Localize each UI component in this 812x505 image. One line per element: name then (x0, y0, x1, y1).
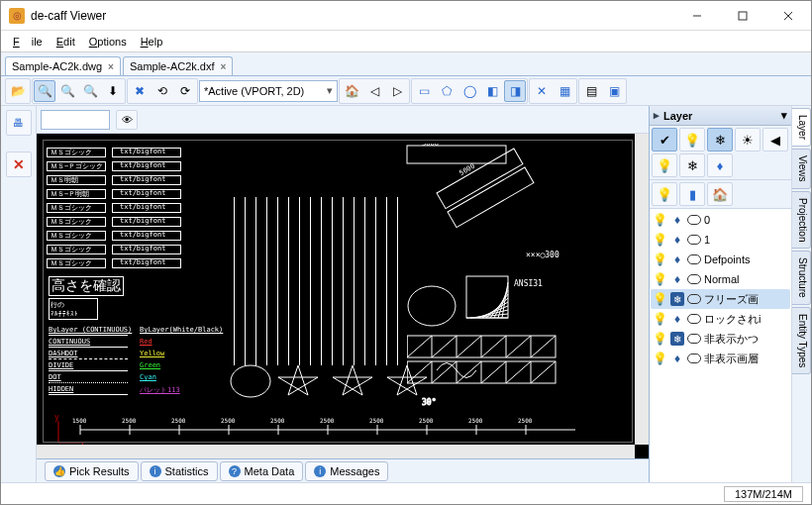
thumb-icon: 👍 (53, 465, 65, 477)
bulb-icon: 💡 (653, 332, 667, 346)
layers-icon[interactable]: ▣ (603, 80, 625, 102)
info-icon: i (150, 465, 161, 477)
tab-statistics[interactable]: iStatistics (141, 461, 218, 481)
zoom-in-icon[interactable]: 🔍 (56, 80, 78, 102)
zoom-extents-icon[interactable]: ⬇ (102, 80, 124, 102)
close-tab-icon[interactable]: × (221, 61, 227, 72)
freeze-icon: ❄ (670, 292, 684, 306)
layer-name: 0 (704, 214, 710, 226)
select-circle-icon[interactable]: ◯ (458, 80, 480, 102)
freeze2-icon[interactable]: ❄ (679, 153, 705, 177)
freeze-icon: ♦ (670, 252, 684, 266)
menu-file[interactable]: File (7, 34, 49, 50)
layer-name: 1 (704, 234, 710, 246)
select-rect-icon[interactable]: ▭ (413, 80, 435, 102)
file-tab-label: Sample-AC2k.dwg (12, 60, 102, 72)
side-tab-views[interactable]: Views (792, 149, 811, 189)
layer-panel: Layer ▾ ✔ 💡 ❄ ☀ ◀ 💡 ❄ ♦ 💡 ▮ 🏠 💡 ♦ 0💡 ♦ 1… (649, 106, 791, 482)
select-mode-icon[interactable]: ◨ (504, 80, 526, 102)
minimize-button[interactable] (674, 1, 720, 31)
rotate-ccw-icon[interactable]: ⟲ (152, 80, 173, 102)
bulb-toggle-icon[interactable]: 💡 (652, 182, 677, 206)
open-icon[interactable]: 📂 (7, 80, 29, 102)
file-tab[interactable]: Sample-AC2k.dwg × (5, 56, 121, 75)
bulb2-icon[interactable]: 💡 (652, 153, 677, 177)
bulb-icon[interactable]: 💡 (679, 128, 705, 152)
side-tab-entity-types[interactable]: Entity Types (792, 307, 811, 374)
bulb-icon: 💡 (653, 233, 667, 247)
layer-name: 非表示かつ (704, 332, 759, 347)
file-tab[interactable]: Sample-AC2k.dxf × (123, 56, 233, 75)
sun-icon[interactable]: ☀ (735, 128, 761, 152)
search-input[interactable] (41, 110, 110, 130)
side-tab-projection[interactable]: Projection (792, 191, 811, 249)
zoom-out-icon[interactable]: 🔍 (79, 80, 101, 102)
freeze-icon: ♦ (670, 312, 684, 326)
left-icon[interactable]: ◀ (762, 128, 788, 152)
drawing-canvas[interactable]: ＭＳゴシックtxt/bigfontＭＳ−Ｐゴシックtxt/bigfontＭＳ明朝… (37, 134, 649, 458)
snap-icon[interactable]: ▦ (554, 80, 575, 102)
horizontal-scrollbar[interactable] (37, 445, 635, 458)
print-icon[interactable]: 🖶 (6, 110, 32, 136)
color-swatch (687, 314, 701, 324)
bulb-icon: 💡 (653, 272, 667, 286)
menu-options[interactable]: Options (83, 34, 133, 50)
prev-icon[interactable]: ◁ (363, 80, 385, 102)
zoom-window-icon[interactable]: 🔍 (34, 80, 55, 102)
layer-row[interactable]: 💡 ♦ 0 (651, 210, 790, 230)
panel-menu-icon[interactable]: ▾ (781, 109, 787, 122)
tab-meta-data[interactable]: ?Meta Data (220, 461, 304, 481)
freeze-icon[interactable]: ❄ (707, 128, 733, 152)
color-swatch (687, 354, 701, 363)
maximize-button[interactable] (720, 1, 765, 31)
color-swatch (687, 334, 701, 344)
title-bar: ◎ de-caff Viewer (1, 1, 811, 31)
cross-icon[interactable]: ✖ (129, 80, 151, 102)
next-icon[interactable]: ▷ (386, 80, 408, 102)
layer-name: Normal (704, 273, 739, 285)
viewport-select[interactable]: *Active (VPORT, 2D) (199, 80, 338, 102)
check-icon[interactable]: ✔ (652, 128, 677, 152)
layer-row[interactable]: 💡 ♦ Defpoints (651, 250, 790, 269)
layer-name: ロックされi (704, 312, 761, 327)
layer-name: Defpoints (704, 253, 750, 265)
close-tab-icon[interactable]: × (108, 61, 114, 72)
layer-row[interactable]: 💡 ♦ Normal (651, 269, 790, 289)
layer-panel-header[interactable]: Layer ▾ (650, 106, 791, 126)
text-icon[interactable]: ▤ (580, 80, 602, 102)
close-button[interactable] (765, 1, 811, 31)
menu-help[interactable]: Help (135, 34, 169, 50)
color-swatch (687, 215, 701, 225)
file-tab-bar: Sample-AC2k.dwg × Sample-AC2k.dxf × (1, 52, 811, 76)
home2-icon[interactable]: 🏠 (707, 182, 733, 206)
view-icon[interactable]: 👁 (116, 110, 138, 130)
layer-row[interactable]: 💡 ❄ フリーズ画 (651, 289, 790, 309)
select-poly-icon[interactable]: ⬠ (436, 80, 457, 102)
layer-list[interactable]: 💡 ♦ 0💡 ♦ 1💡 ♦ Defpoints💡 ♦ Normal💡 ❄ フリー… (650, 209, 791, 482)
rotate-cw-icon[interactable]: ⟳ (174, 80, 196, 102)
delete-icon[interactable]: ✕ (6, 152, 32, 177)
tab-messages[interactable]: iMessages (305, 461, 388, 481)
memory-status: 137M/214M (724, 486, 803, 502)
layer-row[interactable]: 💡 ♦ 1 (651, 230, 790, 250)
panel-icon[interactable]: ▮ (679, 182, 705, 206)
layer-row[interactable]: 💡 ❄ 非表示かつ (651, 329, 790, 349)
layer-row[interactable]: 💡 ♦ ロックされi (651, 309, 790, 329)
home-icon[interactable]: 🏠 (341, 80, 362, 102)
color-swatch (687, 235, 701, 245)
select-obj-icon[interactable]: ◧ (481, 80, 503, 102)
freeze-icon: ❄ (670, 332, 684, 346)
tab-pick-results[interactable]: 👍Pick Results (45, 461, 139, 481)
svg-rect-1 (739, 12, 747, 20)
drop-icon[interactable]: ♦ (707, 153, 733, 177)
side-tab-layer[interactable]: Layer (792, 108, 811, 147)
bulb-icon: 💡 (653, 213, 667, 227)
vertical-scrollbar[interactable] (635, 134, 649, 445)
search-row: 👁 (37, 106, 649, 134)
menu-edit[interactable]: Edit (51, 34, 81, 50)
file-tab-label: Sample-AC2k.dxf (130, 60, 215, 72)
measure-icon[interactable]: ✕ (531, 80, 553, 102)
side-tab-structure[interactable]: Structure (792, 251, 811, 305)
layer-row[interactable]: 💡 ♦ 非表示画層 (651, 349, 790, 368)
info-icon: i (314, 465, 326, 477)
